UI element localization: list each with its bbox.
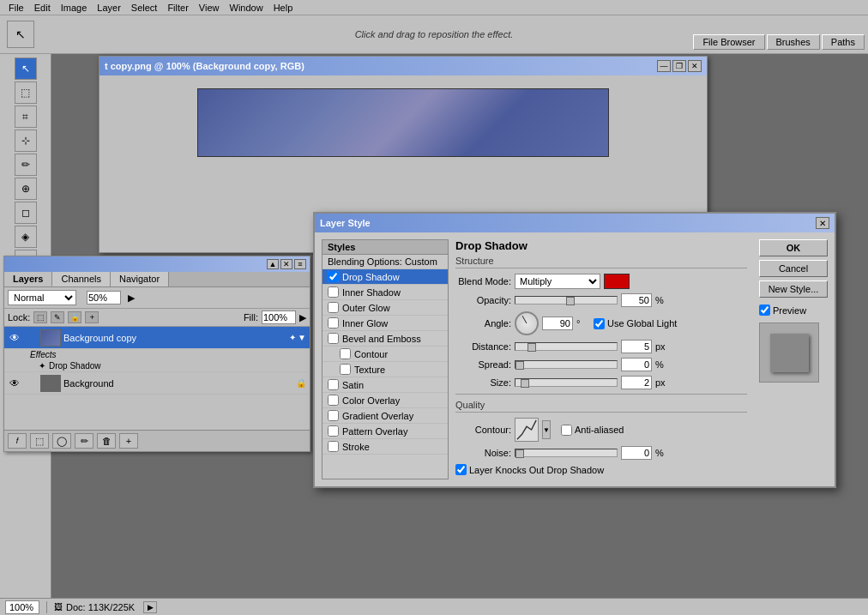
menu-filter[interactable]: Filter [162, 2, 193, 14]
lock-move-icon[interactable]: ✎ [51, 311, 64, 323]
preview-checkbox[interactable] [759, 304, 770, 316]
style-drop-shadow[interactable]: Drop Shadow [322, 269, 448, 285]
brush-button[interactable]: ✏ [75, 433, 93, 449]
global-light-checkbox[interactable] [594, 318, 605, 329]
size-value-input[interactable] [621, 376, 652, 389]
layer-knocks-label[interactable]: Layer Knocks Out Drop Shadow [455, 464, 604, 475]
tool-move[interactable]: ↖ [15, 57, 37, 80]
ok-button[interactable]: OK [759, 239, 828, 256]
style-stroke[interactable]: Stroke [322, 439, 448, 455]
inner-shadow-checkbox[interactable] [328, 286, 339, 298]
distance-slider-thumb[interactable] [527, 343, 536, 352]
tool-select[interactable]: ⬚ [15, 81, 37, 104]
style-bevel-emboss[interactable]: Bevel and Emboss [322, 331, 448, 347]
menu-select[interactable]: Select [126, 2, 163, 14]
cancel-button[interactable]: Cancel [759, 260, 828, 277]
shape-button[interactable]: ◯ [52, 433, 71, 449]
tab-channels[interactable]: Channels [52, 272, 110, 286]
layer-blend-mode-select[interactable]: Normal [8, 290, 76, 305]
lock-position-icon[interactable]: + [85, 311, 99, 323]
lock-pixels-icon[interactable]: ⬚ [33, 311, 47, 323]
tool-crop[interactable]: ⊹ [15, 130, 37, 152]
size-slider-thumb[interactable] [521, 379, 529, 388]
inner-glow-checkbox[interactable] [328, 317, 339, 329]
spread-slider[interactable] [515, 360, 618, 369]
color-overlay-checkbox[interactable] [328, 395, 339, 406]
stroke-checkbox[interactable] [328, 441, 339, 452]
opacity-slider-thumb[interactable] [566, 297, 575, 305]
canvas-title-bar[interactable]: t copy.png @ 100% (Background copy, RGB)… [99, 57, 707, 75]
anti-alias-checkbox[interactable] [561, 425, 572, 436]
style-inner-shadow[interactable]: Inner Shadow [322, 285, 448, 300]
distance-slider[interactable] [515, 342, 618, 351]
dialog-close-button[interactable]: ✕ [816, 217, 829, 229]
texture-checkbox[interactable] [340, 364, 351, 375]
style-contour[interactable]: Contour [322, 347, 448, 362]
doc-info-arrow[interactable]: ▶ [143, 601, 157, 613]
link-icon-bg-copy[interactable] [24, 332, 38, 344]
new-style-button[interactable]: New Style... [759, 280, 828, 298]
menu-window[interactable]: Window [225, 2, 268, 14]
canvas-restore-button[interactable]: ❐ [672, 60, 686, 72]
layers-panel-titlebar[interactable]: ▲ ✕ ≡ [4, 256, 310, 272]
global-light-label[interactable]: Use Global Light [594, 318, 677, 329]
drop-shadow-row[interactable]: ✦ Drop Shadow [4, 360, 310, 372]
spread-value-input[interactable] [621, 358, 652, 371]
layers-panel-collapse[interactable]: ▲ [267, 259, 279, 269]
move-tool[interactable]: ↖ [7, 21, 34, 48]
style-color-overlay[interactable]: Color Overlay [322, 393, 448, 408]
drop-shadow-checkbox[interactable] [328, 271, 339, 282]
style-satin[interactable]: Satin [322, 377, 448, 393]
tab-layers[interactable]: Layers [4, 272, 52, 286]
style-blending-options[interactable]: Blending Options: Custom [322, 255, 448, 269]
contour-bevel-checkbox[interactable] [340, 348, 351, 359]
bevel-checkbox[interactable] [328, 333, 339, 344]
style-pattern-overlay[interactable]: Pattern Overlay [322, 424, 448, 439]
satin-checkbox[interactable] [328, 379, 339, 390]
tool-lasso[interactable]: ⌗ [15, 106, 37, 128]
layers-panel-close[interactable]: ✕ [280, 259, 292, 269]
blend-mode-select[interactable]: Multiply Normal Screen [515, 274, 600, 289]
anti-alias-label[interactable]: Anti-aliased [561, 425, 624, 436]
size-slider[interactable] [515, 378, 618, 387]
pattern-overlay-checkbox[interactable] [328, 425, 339, 437]
canvas-close-button[interactable]: ✕ [688, 60, 702, 72]
opacity-input[interactable] [87, 291, 121, 304]
style-texture[interactable]: Texture [322, 362, 448, 377]
style-gradient-overlay[interactable]: Gradient Overlay [322, 408, 448, 424]
fx-button[interactable]: f [8, 433, 27, 449]
layer-knocks-checkbox[interactable] [455, 464, 467, 475]
canvas-minimize-button[interactable]: — [657, 60, 671, 72]
tool-brush[interactable]: ✏ [15, 154, 37, 176]
shadow-color-box[interactable] [604, 274, 630, 289]
opacity-slider-track[interactable] [515, 296, 618, 304]
eye-icon-bg[interactable]: 👁 [8, 377, 21, 389]
noise-slider-thumb[interactable] [515, 449, 524, 458]
noise-value-input[interactable] [621, 446, 652, 460]
new-layer-button[interactable]: + [119, 433, 138, 449]
angle-value-input[interactable] [542, 317, 573, 330]
menu-view[interactable]: View [194, 2, 225, 14]
contour-thumb[interactable] [515, 418, 539, 442]
tool-clone[interactable]: ⊕ [15, 178, 37, 200]
menu-file[interactable]: File [3, 2, 29, 14]
contour-dropdown-btn[interactable]: ▼ [542, 420, 551, 439]
fill-arrow[interactable]: ▶ [299, 312, 306, 323]
noise-slider[interactable] [515, 449, 618, 457]
outer-glow-checkbox[interactable] [328, 302, 339, 313]
eye-icon-bg-copy[interactable]: 👁 [8, 332, 21, 344]
paths-button[interactable]: Paths [822, 34, 865, 50]
opacity-arrow[interactable]: ▶ [128, 292, 135, 304]
preview-label[interactable]: Preview [759, 304, 828, 316]
tool-eraser[interactable]: ◻ [15, 202, 37, 224]
tool-fill[interactable]: ◈ [15, 226, 37, 248]
menu-help[interactable]: Help [268, 2, 298, 14]
menu-edit[interactable]: Edit [29, 2, 56, 14]
distance-value-input[interactable] [621, 340, 652, 353]
dialog-title-bar[interactable]: Layer Style ✕ [315, 214, 835, 232]
layer-row-background-copy[interactable]: 👁 Background copy ✦ ▼ [4, 327, 310, 349]
add-mask-button[interactable]: ⬚ [30, 433, 49, 449]
delete-layer-button[interactable]: 🗑 [97, 433, 116, 449]
layer-row-background[interactable]: 👁 Background 🔒 [4, 372, 310, 395]
tab-navigator[interactable]: Navigator [111, 272, 169, 286]
